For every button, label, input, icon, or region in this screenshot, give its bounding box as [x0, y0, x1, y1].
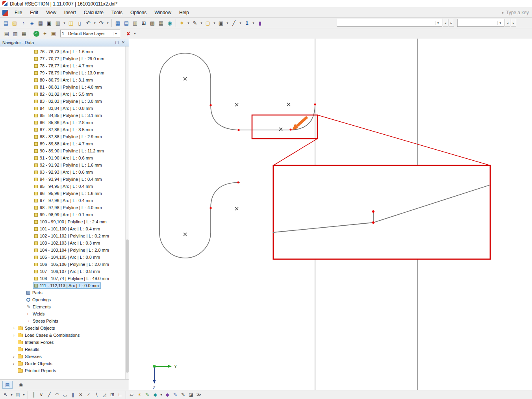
tree-category-parts[interactable]: Parts	[0, 289, 129, 296]
tree-line-item[interactable]: 87 - 87,86 | Arc | L : 3.5 mm	[0, 126, 129, 133]
tree-line-item[interactable]: 92 - 91,92 | Polyline | L : 1.6 mm	[0, 161, 129, 169]
tree-line-item[interactable]: 90 - 89,90 | Polyline | L : 11.2 mm	[0, 147, 129, 154]
x-marker[interactable]	[287, 103, 290, 106]
navigator-dock-icon[interactable]: ▢	[114, 39, 120, 45]
x-marker[interactable]	[235, 103, 238, 106]
tree-line-item[interactable]: 105 - 104,105 | Arc | L : 0.8 mm	[0, 254, 129, 261]
select-special-dropdown-button[interactable]: ▾	[212, 19, 217, 27]
tree-line-item[interactable]: 100 - 99,100 | Polyline | L : 2.4 mm	[0, 218, 129, 225]
printout-report-button[interactable]: ▦	[36, 19, 45, 27]
save-button[interactable]: ▣	[45, 19, 54, 27]
grid-settings-button[interactable]: ⊞	[108, 391, 116, 399]
eraser-button[interactable]: ◪	[187, 391, 195, 399]
print-settings-button[interactable]: ▦	[20, 29, 28, 38]
tree-line-item[interactable]: 85 - 84,85 | Polyline | L : 3.1 mm	[0, 112, 129, 119]
navigator-scrollbar-thumb[interactable]	[126, 239, 129, 373]
navigator-close-icon[interactable]: ✕	[120, 39, 126, 45]
tree-folder-internal-forces[interactable]: ›Internal Forces	[0, 339, 129, 346]
menu-view[interactable]: View	[42, 9, 60, 17]
snap-lines-button[interactable]: ║	[30, 391, 37, 399]
lock-button[interactable]: ▣	[49, 29, 58, 38]
edit-objects-dropdown-button[interactable]: ▾	[199, 19, 204, 27]
node-point[interactable]	[209, 104, 211, 106]
tree-line-item[interactable]: 101 - 101,100 | Arc | L : 0.4 mm	[0, 225, 129, 232]
redo-button[interactable]: ↷	[97, 19, 106, 27]
menu-app-icon[interactable]	[2, 10, 8, 16]
menu-insert[interactable]: Insert	[60, 9, 80, 17]
tree-category-welds[interactable]: ∟Welds	[0, 310, 129, 317]
search-box[interactable]: ▸ Type a key	[502, 10, 530, 15]
select-filter-dropdown-button[interactable]: ▾	[159, 390, 163, 399]
new-objects-dropdown-button[interactable]: ▾	[186, 19, 191, 27]
navigator-scrollbar[interactable]	[125, 46, 129, 379]
node-point[interactable]	[209, 207, 211, 209]
draw-dropdown-button[interactable]: ▾	[238, 19, 243, 27]
visibility-off-button[interactable]: ✘	[124, 29, 133, 38]
print-preview-button[interactable]: ▥	[11, 29, 20, 38]
tree-line-item[interactable]: 102 - 101,102 | Polyline | L : 0.2 mm	[0, 232, 129, 239]
tree-category-openings[interactable]: Openings	[0, 296, 129, 303]
snap-corner-button[interactable]: ◿	[100, 391, 108, 399]
numbering-dropdown-button[interactable]: ▾	[251, 19, 256, 27]
print-button[interactable]: ▥	[54, 19, 62, 27]
tree-line-item[interactable]: 77 - 70,77 | Polyline | L : 29.0 mm	[0, 55, 129, 62]
view-prev-button[interactable]: ◂	[443, 19, 448, 27]
undo-dropdown-button[interactable]: ▾	[93, 19, 97, 27]
data-navigator-tab[interactable]: ▤	[2, 381, 13, 389]
layer-select[interactable]: 1 - Default Base Layer ▾	[60, 30, 120, 37]
tree-folder-guide-objects[interactable]: ›Guide Objects	[0, 360, 129, 367]
defect-node-point[interactable]	[372, 221, 374, 224]
snap-parallel-button[interactable]: ∥	[69, 391, 77, 399]
tree-line-item[interactable]: 76 - 76,73 | Arc | L : 1.6 mm	[0, 48, 129, 55]
print-graphic-button[interactable]: ▤	[2, 29, 11, 38]
draw-polyline-button[interactable]: ✎	[179, 391, 187, 399]
expand-chevron-icon[interactable]: ›	[11, 362, 17, 366]
tree-line-item[interactable]: 84 - 83,84 | Arc | L : 0.8 mm	[0, 105, 129, 112]
ortho-mode-button[interactable]: ∟	[116, 391, 124, 399]
new-objects-button[interactable]: ✶	[178, 19, 186, 27]
object-properties-button[interactable]: ◆	[163, 391, 171, 399]
view-next-button[interactable]: ▸	[449, 19, 454, 27]
tree-line-item[interactable]: 78 - 78,77 | Arc | L : 4.7 mm	[0, 62, 129, 69]
result-tables-button[interactable]: ▤	[122, 19, 131, 27]
tree-line-item[interactable]: 104 - 103,104 | Polyline | L : 2.8 mm	[0, 247, 129, 254]
select-filter-button[interactable]: ◆	[151, 391, 159, 399]
graphics-canvas[interactable]: Y Z	[129, 39, 532, 390]
view-combo-1[interactable]: ▾	[337, 19, 442, 27]
section-values-button[interactable]: ▩	[148, 19, 157, 27]
expand-chevron-icon[interactable]: ›	[11, 326, 17, 330]
work-plane-button[interactable]: ▱	[128, 391, 135, 399]
select-tool-button[interactable]: ↖	[2, 391, 9, 399]
tree-line-item[interactable]: 98 - 97,98 | Polyline | L : 4.0 mm	[0, 204, 129, 211]
tree-line-item[interactable]: 108 - 107,74 | Polyline | L : 49.0 mm	[0, 275, 129, 282]
menu-edit[interactable]: Edit	[26, 9, 42, 17]
tree-line-item[interactable]: 107 - 106,107 | Arc | L : 0.8 mm	[0, 268, 129, 275]
tree-line-item[interactable]: 86 - 85,86 | Arc | L : 2.8 mm	[0, 119, 129, 126]
online-service-button[interactable]: ◉	[165, 19, 174, 27]
undo-button[interactable]: ↶	[84, 19, 93, 27]
tree-line-item[interactable]: 83 - 82,83 | Polyline | L : 3.0 mm	[0, 98, 129, 105]
snap-tangent-button[interactable]: ◠	[53, 391, 61, 399]
menu-help[interactable]: Help	[175, 9, 193, 17]
menu-window[interactable]: Window	[150, 9, 175, 17]
visibility-next-button[interactable]: ▸	[511, 19, 516, 27]
tree-line-item[interactable]: 80 - 80,79 | Arc | L : 3.1 mm	[0, 76, 129, 84]
tree-line-item[interactable]: 79 - 78,79 | Polyline | L : 13.0 mm	[0, 69, 129, 76]
tree-line-item-selected[interactable]: 111 - 112,113 | Arc | L : 0.0 mm	[0, 282, 129, 289]
select-special-button[interactable]: ▢	[204, 19, 212, 27]
draw-button[interactable]: ╱	[230, 19, 238, 27]
tree-line-item[interactable]: 96 - 95,96 | Polyline | L : 1.6 mm	[0, 190, 129, 197]
sheet-tool-dropdown-button[interactable]: ▾	[22, 390, 26, 399]
table-export-button[interactable]: ⊞	[139, 19, 148, 27]
tree-line-item[interactable]: 97 - 97,96 | Arc | L : 0.4 mm	[0, 197, 129, 204]
tree-line-item[interactable]: 93 - 92,93 | Arc | L : 0.6 mm	[0, 169, 129, 176]
x-marker[interactable]	[235, 207, 238, 210]
defect-node-point[interactable]	[372, 210, 374, 213]
tree-category-stress-points[interactable]: •Stress Points	[0, 317, 129, 325]
edit-geometry-button[interactable]: ✎	[143, 391, 151, 399]
view-button[interactable]: ▣	[217, 19, 225, 27]
tree-line-item[interactable]: 99 - 98,99 | Arc | L : 0.1 mm	[0, 211, 129, 218]
select-tool-dropdown-button[interactable]: ▾	[9, 390, 14, 399]
redo-dropdown-button[interactable]: ▾	[106, 19, 110, 27]
new-model-button[interactable]: ▤	[2, 19, 10, 27]
